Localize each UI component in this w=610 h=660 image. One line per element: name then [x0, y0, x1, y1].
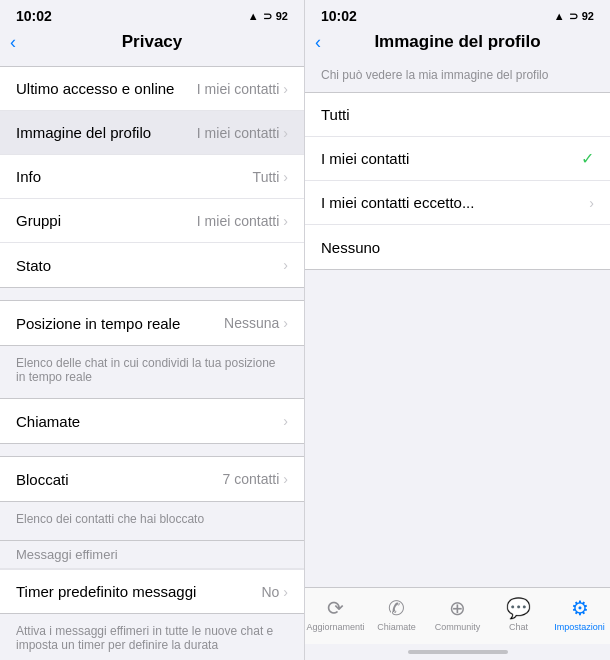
chevron-icon: › [283, 315, 288, 331]
list-item-stato[interactable]: Stato › [0, 243, 304, 287]
aggiornamenti-icon-r: ⟳ [327, 596, 344, 620]
list-item-ultimo-accesso[interactable]: Ultimo accesso e online I miei contatti … [0, 67, 304, 111]
status-icons-left: ▲ ⊃ 92 [248, 10, 288, 23]
page-title-left: Privacy [122, 32, 183, 52]
chevron-icon: › [283, 81, 288, 97]
option-tutti[interactable]: Tutti [305, 93, 610, 137]
list-item-immagine-profilo[interactable]: Immagine del profilo I miei contatti › [0, 111, 304, 155]
time-left: 10:02 [16, 8, 52, 24]
section-chiamate: Chiamate › [0, 398, 304, 444]
battery-icon-r: 92 [582, 10, 594, 22]
section-messaggi: Messaggi effimeri Timer predefinito mess… [0, 540, 304, 614]
signal-icon: ▲ [248, 10, 259, 22]
home-indicator-right [305, 644, 610, 660]
section-header-text: Chi può vedere la mia immagine del profi… [305, 60, 610, 86]
posizione-desc: Elenco delle chat in cui condividi la tu… [0, 352, 304, 392]
chevron-icon: › [589, 195, 594, 211]
list-item-bloccati[interactable]: Bloccati 7 contatti › [0, 457, 304, 501]
battery-icon: 92 [276, 10, 288, 22]
home-bar-right [408, 650, 508, 654]
page-title-right: Immagine del profilo [374, 32, 540, 52]
tab-chiamate-right[interactable]: ✆ Chiamate [366, 592, 427, 632]
section-privacy-main: Ultimo accesso e online I miei contatti … [0, 66, 304, 288]
list-item-gruppi[interactable]: Gruppi I miei contatti › [0, 199, 304, 243]
right-panel: 10:02 ▲ ⊃ 92 ‹ Immagine del profilo Chi … [305, 0, 610, 660]
section-bloccati: Bloccati 7 contatti › [0, 456, 304, 502]
nav-header-left: ‹ Privacy [0, 28, 304, 60]
signal-icon-r: ▲ [554, 10, 565, 22]
section-posizione: Posizione in tempo reale Nessuna › [0, 300, 304, 346]
option-nessuno[interactable]: Nessuno [305, 225, 610, 269]
community-icon-r: ⊕ [449, 596, 466, 620]
chevron-icon: › [283, 213, 288, 229]
tab-chat-right[interactable]: 💬 Chat [488, 592, 549, 632]
chevron-icon: › [283, 257, 288, 273]
wifi-icon: ⊃ [263, 10, 272, 23]
back-button-right[interactable]: ‹ [315, 32, 321, 53]
chiamate-icon-r: ✆ [388, 596, 405, 620]
left-panel: 10:02 ▲ ⊃ 92 ‹ Privacy Ultimo accesso e … [0, 0, 305, 660]
time-right: 10:02 [321, 8, 357, 24]
chat-icon-r: 💬 [506, 596, 531, 620]
chevron-icon: › [283, 125, 288, 141]
back-button-left[interactable]: ‹ [10, 32, 16, 53]
chevron-icon: › [283, 471, 288, 487]
chevron-icon: › [283, 169, 288, 185]
chevron-icon: › [283, 584, 288, 600]
status-icons-right: ▲ ⊃ 92 [554, 10, 594, 23]
list-item-messaggi-label: Messaggi effimeri [0, 541, 304, 569]
impostazioni-icon-r: ⚙ [571, 596, 589, 620]
list-item-timer[interactable]: Timer predefinito messaggi No › [0, 569, 304, 613]
status-bar-right: 10:02 ▲ ⊃ 92 [305, 0, 610, 28]
tab-aggiornamenti-right[interactable]: ⟳ Aggiornamenti [305, 592, 366, 632]
status-bar-left: 10:02 ▲ ⊃ 92 [0, 0, 304, 28]
checkmark-icon: ✓ [581, 149, 594, 168]
nav-header-right: ‹ Immagine del profilo [305, 28, 610, 60]
option-miei-contatti-eccetto[interactable]: I miei contatti eccetto... › [305, 181, 610, 225]
messaggi-desc: Attiva i messaggi effimeri in tutte le n… [0, 620, 304, 660]
wifi-icon-r: ⊃ [569, 10, 578, 23]
list-item-chiamate[interactable]: Chiamate › [0, 399, 304, 443]
chevron-icon: › [283, 413, 288, 429]
option-miei-contatti[interactable]: I miei contatti ✓ [305, 137, 610, 181]
list-item-posizione[interactable]: Posizione in tempo reale Nessuna › [0, 301, 304, 345]
list-item-info[interactable]: Info Tutti › [0, 155, 304, 199]
tab-bar-right: ⟳ Aggiornamenti ✆ Chiamate ⊕ Community 💬… [305, 587, 610, 644]
section-profile-options: Tutti I miei contatti ✓ I miei contatti … [305, 92, 610, 270]
tab-community-right[interactable]: ⊕ Community [427, 592, 488, 632]
tab-impostazioni-right[interactable]: ⚙ Impostazioni [549, 592, 610, 632]
bloccati-desc: Elenco dei contatti che hai bloccato [0, 508, 304, 534]
